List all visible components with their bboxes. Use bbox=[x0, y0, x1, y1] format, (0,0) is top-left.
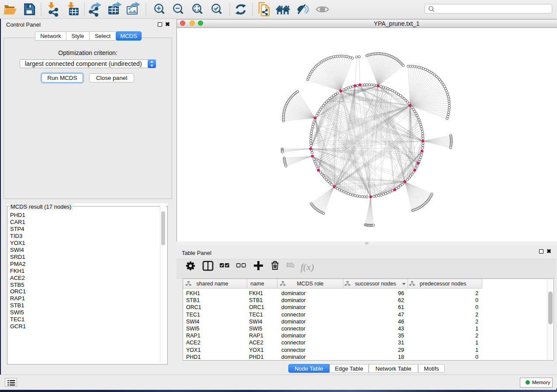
svg-text:f(x): f(x) bbox=[301, 261, 314, 272]
